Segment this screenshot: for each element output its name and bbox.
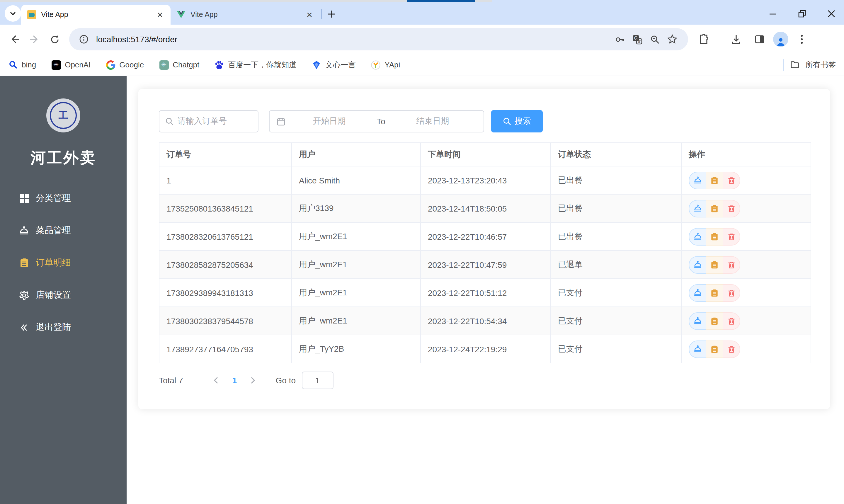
- delete-order-button[interactable]: [723, 312, 740, 330]
- sidebar-item-orders[interactable]: 订单明细: [0, 247, 127, 279]
- order-number-input[interactable]: 请输入订单号: [159, 110, 258, 132]
- browser-menu-button[interactable]: [792, 29, 812, 49]
- cell-actions: [681, 251, 811, 279]
- side-panel-button[interactable]: [750, 29, 770, 49]
- view-dishes-button[interactable]: [689, 200, 706, 217]
- tab-close-icon[interactable]: ✕: [155, 10, 165, 19]
- bookmark-star-icon[interactable]: [663, 31, 681, 48]
- downloads-button[interactable]: [726, 29, 746, 49]
- main-content: 请输入订单号 开始日期 To 结束日期 搜索: [127, 76, 844, 504]
- bookmark-bing[interactable]: bing: [8, 60, 36, 69]
- calendar-icon: [277, 117, 285, 126]
- zoom-out-icon[interactable]: [646, 31, 663, 48]
- end-date-placeholder[interactable]: 结束日期: [389, 116, 477, 127]
- next-page-button[interactable]: [244, 372, 263, 389]
- sidebar-item-shop-settings[interactable]: 店铺设置: [0, 279, 127, 311]
- date-range-separator: To: [373, 116, 389, 126]
- table-row: 1738028582875205634 用户_wm2E1 2023-12-22T…: [159, 251, 811, 279]
- order-detail-button[interactable]: [706, 284, 723, 302]
- close-button[interactable]: [826, 9, 836, 18]
- site-info-icon[interactable]: [76, 32, 91, 47]
- back-button[interactable]: [5, 29, 24, 49]
- trash-icon: [728, 204, 736, 213]
- view-dishes-button[interactable]: [689, 312, 706, 330]
- tab-vite-app-2[interactable]: Vite App ✕: [170, 5, 320, 24]
- password-key-icon[interactable]: [611, 31, 628, 48]
- start-date-placeholder[interactable]: 开始日期: [285, 116, 373, 127]
- app-area: 工 河工外卖 分类管理 菜品管理: [0, 76, 844, 504]
- trash-icon: [728, 232, 736, 240]
- reload-icon: [50, 34, 59, 44]
- cell-status: 已退单: [551, 251, 681, 279]
- view-dishes-button[interactable]: [689, 284, 706, 302]
- delete-order-button[interactable]: [723, 172, 740, 189]
- cell-user: 用户3139: [292, 194, 420, 222]
- profile-avatar[interactable]: [773, 32, 788, 47]
- bookmark-yapi[interactable]: YApi: [371, 60, 400, 69]
- order-detail-button[interactable]: [706, 228, 723, 245]
- folder-icon: [790, 60, 800, 69]
- cell-user: 用户_wm2E1: [292, 222, 420, 251]
- bookmark-wenxin[interactable]: 文心一言: [312, 59, 356, 70]
- address-bar[interactable]: localhost:5173/#/order G文: [69, 28, 688, 50]
- search-button[interactable]: 搜索: [491, 110, 543, 132]
- view-dishes-button[interactable]: [689, 256, 706, 273]
- delete-order-button[interactable]: [723, 340, 740, 358]
- cell-time: 2023-12-24T22:19:29: [420, 335, 551, 363]
- cell-actions: [681, 279, 811, 307]
- delete-order-button[interactable]: [723, 284, 740, 302]
- view-dishes-button[interactable]: [689, 172, 706, 189]
- order-clipboard-icon: [19, 257, 29, 268]
- view-dishes-button[interactable]: [689, 228, 706, 245]
- prev-page-button[interactable]: [206, 372, 226, 389]
- new-tab-button[interactable]: [324, 6, 339, 22]
- forward-button[interactable]: [24, 29, 44, 49]
- date-range-picker[interactable]: 开始日期 To 结束日期: [269, 110, 484, 132]
- delete-order-button[interactable]: [723, 200, 740, 217]
- translate-icon[interactable]: G文: [628, 31, 646, 48]
- trash-icon: [728, 176, 736, 184]
- view-dishes-button[interactable]: [689, 340, 706, 358]
- order-detail-button[interactable]: [706, 256, 723, 273]
- all-bookmarks[interactable]: 所有书签: [783, 59, 836, 71]
- cell-time: 2023-12-13T23:20:43: [420, 166, 551, 194]
- tab-search-button[interactable]: [5, 5, 21, 22]
- minimize-button[interactable]: [768, 9, 777, 18]
- tab-strip: Vite App ✕ Vite App ✕: [0, 2, 844, 24]
- reload-button[interactable]: [44, 29, 65, 49]
- cell-status: 已支付: [551, 279, 681, 307]
- order-detail-button[interactable]: [706, 200, 723, 217]
- order-detail-button[interactable]: [706, 340, 723, 358]
- sidebar: 工 河工外卖 分类管理 菜品管理: [0, 76, 127, 504]
- table-row: 1738030238379544578 用户_wm2E1 2023-12-22T…: [159, 307, 811, 335]
- tab-title: Vite App: [191, 11, 305, 19]
- cell-order-id: 1735250801363845121: [159, 194, 292, 222]
- sidebar-item-logout[interactable]: 退出登陆: [0, 311, 127, 343]
- sidebar-item-category[interactable]: 分类管理: [0, 182, 127, 215]
- url-text[interactable]: localhost:5173/#/order: [96, 35, 611, 44]
- delete-order-button[interactable]: [723, 256, 740, 273]
- order-detail-button[interactable]: [706, 312, 723, 330]
- page-number-1[interactable]: 1: [226, 372, 244, 389]
- sidebar-item-dishes[interactable]: 菜品管理: [0, 215, 127, 247]
- bookmark-google[interactable]: Google: [106, 60, 144, 69]
- bookmark-openai[interactable]: ✳ OpenAI: [51, 60, 91, 69]
- goto-label: Go to: [276, 376, 296, 385]
- goto-page-input[interactable]: 1: [302, 372, 333, 389]
- restore-button[interactable]: [797, 9, 807, 18]
- cell-status: 已出餐: [551, 222, 681, 251]
- cell-user: 用户_wm2E1: [292, 279, 420, 307]
- order-detail-button[interactable]: [706, 172, 723, 189]
- top-edge-right: [492, 0, 844, 2]
- chatgpt-icon: ✳: [159, 60, 168, 69]
- delete-order-button[interactable]: [723, 228, 740, 245]
- trash-icon: [728, 317, 736, 325]
- cell-actions: [681, 307, 811, 335]
- bookmark-chatgpt[interactable]: ✳ Chatgpt: [159, 60, 199, 69]
- tab-close-icon[interactable]: ✕: [305, 10, 314, 19]
- back-icon: [10, 34, 20, 44]
- bookmark-baidu[interactable]: 百度一下，你就知道: [215, 59, 297, 70]
- extensions-button[interactable]: [694, 29, 714, 49]
- tab-vite-app-1[interactable]: Vite App ✕: [21, 5, 170, 24]
- cell-order-id: 1738030238379544578: [159, 307, 292, 335]
